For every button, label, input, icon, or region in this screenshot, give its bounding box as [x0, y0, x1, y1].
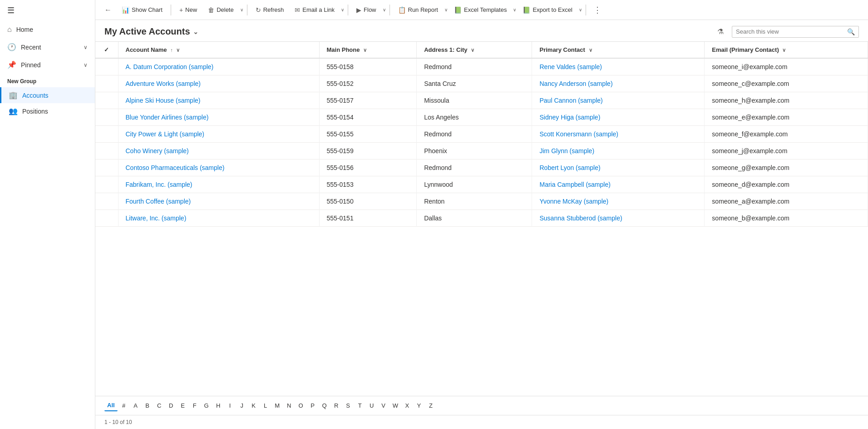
sidebar-item-positions[interactable]: 👥 Positions [0, 103, 95, 119]
contact-link[interactable]: Paul Cannon (sample) [539, 97, 602, 104]
alpha-btn-j[interactable]: J [237, 400, 247, 411]
alpha-btn-y[interactable]: Y [414, 400, 424, 411]
table-row: Litware, Inc. (sample) 555-0151 Dallas S… [95, 210, 868, 227]
account-name-link[interactable]: Blue Yonder Airlines (sample) [126, 114, 209, 121]
excel-templates-dropdown-arrow[interactable]: ∨ [513, 7, 516, 12]
row-checkbox[interactable] [95, 143, 118, 160]
contact-link[interactable]: Maria Campbell (sample) [539, 181, 610, 188]
hamburger-menu[interactable]: ☰ [0, 0, 95, 21]
export-excel-dropdown-arrow[interactable]: ∨ [579, 7, 582, 12]
account-name-link[interactable]: Adventure Works (sample) [126, 80, 201, 87]
row-checkbox[interactable] [95, 176, 118, 193]
refresh-icon: ↻ [256, 6, 261, 14]
row-checkbox[interactable] [95, 210, 118, 227]
row-checkbox[interactable] [95, 193, 118, 210]
city-dropdown-icon[interactable]: ∨ [471, 47, 474, 53]
contact-link[interactable]: Jim Glynn (sample) [539, 147, 594, 155]
contact-link[interactable]: Nancy Anderson (sample) [539, 80, 612, 87]
alpha-btn-u[interactable]: U [366, 400, 377, 411]
alpha-btn-c[interactable]: C [154, 400, 165, 411]
bottom-bar: All#ABCDEFGHIJKLMNOPQRSTUVWXYZ 1 - 10 of… [95, 396, 868, 429]
alpha-btn-l[interactable]: L [260, 400, 271, 411]
email-dropdown-icon[interactable]: ∨ [782, 47, 786, 53]
account-name-cell: City Power & Light (sample) [118, 126, 319, 143]
alpha-btn-k[interactable]: K [248, 400, 259, 411]
alpha-btn-all[interactable]: All [104, 400, 118, 411]
excel-templates-button[interactable]: 📗 Excel Templates [449, 4, 511, 16]
delete-dropdown-arrow[interactable]: ∨ [240, 7, 243, 12]
alpha-btn-s[interactable]: S [343, 400, 354, 411]
refresh-button[interactable]: ↻ Refresh [251, 4, 289, 16]
more-options-icon[interactable]: ⋮ [590, 3, 605, 17]
contact-link[interactable]: Scott Konersmann (sample) [539, 130, 618, 138]
account-name-sort-asc-icon[interactable]: ↑ [170, 47, 173, 53]
main-phone-dropdown-icon[interactable]: ∨ [363, 47, 367, 53]
row-checkbox[interactable] [95, 109, 118, 126]
alpha-btn-q[interactable]: Q [319, 400, 330, 411]
contact-link[interactable]: Robert Lyon (sample) [539, 164, 600, 171]
contact-link[interactable]: Rene Valdes (sample) [539, 63, 602, 70]
account-name-link[interactable]: A. Datum Corporation (sample) [126, 63, 214, 70]
account-name-link[interactable]: Alpine Ski House (sample) [126, 97, 201, 104]
account-name-link[interactable]: Contoso Pharmaceuticals (sample) [126, 164, 225, 171]
filter-button[interactable]: ⚗ [714, 25, 727, 38]
run-report-dropdown-arrow[interactable]: ∨ [444, 7, 448, 12]
select-all-check[interactable]: ✓ [104, 46, 109, 53]
alpha-btn-d[interactable]: D [166, 400, 177, 411]
row-checkbox[interactable] [95, 92, 118, 109]
account-name-link[interactable]: Fabrikam, Inc. (sample) [126, 181, 192, 188]
table-area: ✓ Account Name ↑ ∨ Main Phone ∨ Address … [95, 42, 868, 396]
alpha-btn-b[interactable]: B [142, 400, 153, 411]
flow-button[interactable]: ▶ Flow [352, 4, 380, 16]
export-excel-button[interactable]: 📗 Export to Excel [518, 4, 577, 16]
alpha-btn-t[interactable]: T [355, 400, 365, 411]
alpha-btn-m[interactable]: M [272, 400, 283, 411]
view-title-dropdown-icon[interactable]: ⌄ [193, 28, 198, 35]
contact-link[interactable]: Sidney Higa (sample) [539, 114, 600, 121]
toolbar-divider-4 [390, 5, 390, 15]
new-button[interactable]: + New [175, 4, 202, 16]
primary-contact-dropdown-icon[interactable]: ∨ [589, 47, 592, 53]
flow-dropdown-arrow[interactable]: ∨ [383, 7, 386, 12]
alpha-btn-g[interactable]: G [201, 400, 212, 411]
alpha-btn-w[interactable]: W [390, 400, 401, 411]
sidebar-item-accounts[interactable]: 🏢 Accounts [0, 87, 95, 103]
alpha-btn-o[interactable]: O [296, 400, 306, 411]
account-name-link[interactable]: Fourth Coffee (sample) [126, 198, 191, 205]
row-checkbox[interactable] [95, 58, 118, 75]
row-checkbox[interactable] [95, 75, 118, 92]
sidebar-item-recent[interactable]: 🕐 Recent ∨ [0, 38, 95, 56]
row-checkbox[interactable] [95, 160, 118, 176]
account-name-link[interactable]: Litware, Inc. (sample) [126, 214, 187, 222]
alpha-btn-#[interactable]: # [118, 400, 129, 411]
alpha-btn-f[interactable]: F [189, 400, 200, 411]
show-chart-button[interactable]: 📊 Show Chart [117, 4, 167, 16]
account-name-link[interactable]: Coho Winery (sample) [126, 147, 189, 155]
contact-link[interactable]: Susanna Stubberod (sample) [539, 214, 622, 222]
delete-button[interactable]: 🗑 Delete [203, 4, 238, 16]
alpha-btn-n[interactable]: N [284, 400, 295, 411]
email-link-button[interactable]: ✉ Email a Link [290, 4, 339, 16]
alpha-btn-v[interactable]: V [378, 400, 389, 411]
run-report-button[interactable]: 📋 Run Report [394, 4, 443, 16]
contact-link[interactable]: Yvonne McKay (sample) [539, 198, 608, 205]
row-checkbox[interactable] [95, 126, 118, 143]
email-cell: someone_i@example.com [705, 58, 868, 75]
back-button[interactable]: ← [101, 4, 115, 16]
email-dropdown-arrow[interactable]: ∨ [341, 7, 344, 12]
primary-contact-cell: Jim Glynn (sample) [532, 143, 705, 160]
alpha-btn-a[interactable]: A [130, 400, 141, 411]
alpha-btn-i[interactable]: I [225, 400, 236, 411]
alpha-btn-x[interactable]: X [402, 400, 413, 411]
delete-icon: 🗑 [208, 6, 214, 14]
alpha-btn-e[interactable]: E [178, 400, 188, 411]
sidebar-item-home[interactable]: ⌂ Home [0, 21, 95, 38]
alpha-btn-z[interactable]: Z [425, 400, 436, 411]
account-name-dropdown-icon[interactable]: ∨ [176, 47, 180, 53]
account-name-link[interactable]: City Power & Light (sample) [126, 130, 205, 138]
alpha-btn-p[interactable]: P [307, 400, 318, 411]
alpha-btn-r[interactable]: R [331, 400, 342, 411]
alpha-btn-h[interactable]: H [213, 400, 224, 411]
search-input[interactable] [736, 28, 844, 35]
sidebar-item-pinned[interactable]: 📌 Pinned ∨ [0, 56, 95, 74]
